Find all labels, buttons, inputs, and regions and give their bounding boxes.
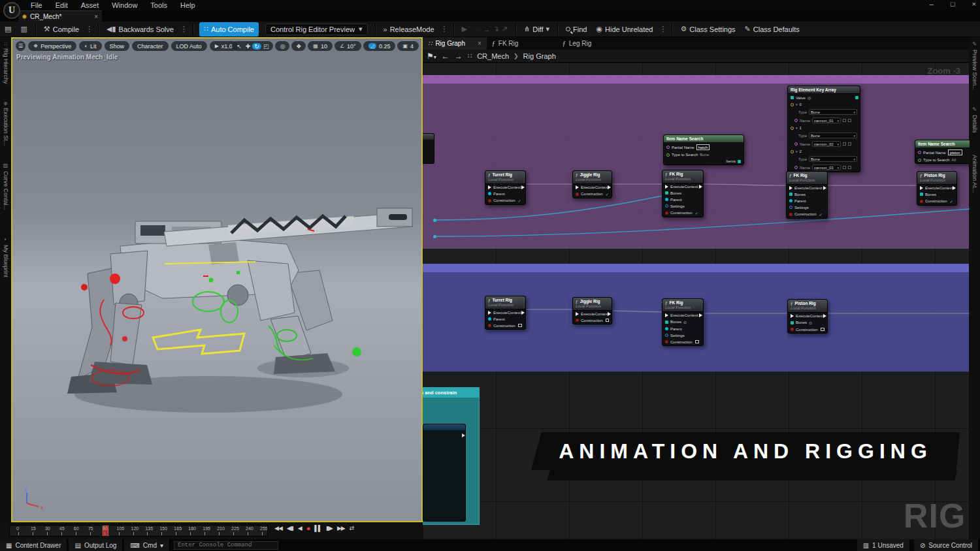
content-drawer-button[interactable]: ▦ Content Drawer bbox=[0, 539, 67, 551]
character-dropdown[interactable]: Character bbox=[132, 41, 169, 51]
exec-in-pin[interactable] bbox=[488, 311, 491, 315]
construction-pin[interactable] bbox=[576, 193, 579, 196]
menu-file[interactable]: File bbox=[25, 1, 48, 10]
entry-pin[interactable] bbox=[791, 103, 794, 106]
name-dropdown[interactable]: cannon_02▾ bbox=[812, 141, 841, 147]
play-reverse-button[interactable]: ◀ bbox=[298, 525, 302, 531]
menu-tools[interactable]: Tools bbox=[144, 1, 173, 10]
save-button[interactable]: ▤ bbox=[0, 22, 16, 37]
node-fk-rig[interactable]: ƒFK RigLocal Function ExecuteContext Bon… bbox=[786, 171, 828, 219]
play-button[interactable]: ▮▶ bbox=[326, 525, 333, 531]
clear-array-icon[interactable]: ◎ bbox=[808, 95, 811, 100]
show-dropdown[interactable]: Show bbox=[105, 41, 130, 51]
settings-pin[interactable] bbox=[665, 334, 668, 337]
lod-dropdown[interactable]: LOD Auto bbox=[171, 41, 207, 51]
type-dropdown[interactable]: Bone▾ bbox=[809, 133, 857, 138]
class-defaults-button[interactable]: ✎ Class Defaults bbox=[740, 22, 804, 37]
exec-in-pin[interactable] bbox=[665, 185, 668, 189]
nav-forward-icon[interactable]: → bbox=[455, 52, 463, 61]
record-button[interactable]: ● bbox=[306, 524, 310, 532]
find-button[interactable]: Find bbox=[561, 22, 591, 37]
grid-snap-button[interactable]: ▦10 bbox=[308, 41, 333, 51]
checkbox[interactable] bbox=[821, 328, 825, 331]
browse-icon[interactable] bbox=[848, 166, 851, 169]
comment-title[interactable]: s and constrain bbox=[423, 388, 479, 398]
name-pin[interactable] bbox=[794, 166, 798, 169]
release-mode-button[interactable]: » ReleaseMode bbox=[379, 22, 439, 37]
solve-options-icon[interactable]: ⋮ bbox=[178, 25, 189, 33]
exec-in-pin[interactable] bbox=[920, 186, 923, 190]
bones-pin[interactable] bbox=[791, 321, 794, 324]
camera-speed-button[interactable]: ▣4 bbox=[397, 41, 419, 51]
name-dropdown[interactable]: cannon_01▾ bbox=[812, 118, 841, 123]
menu-edit[interactable]: Edit bbox=[50, 1, 74, 10]
check-icon[interactable]: ✓ bbox=[950, 199, 953, 204]
partial-name-input[interactable]: piston bbox=[948, 150, 962, 155]
cm-dropdown[interactable]: ⌨ Cmd ▾ bbox=[124, 539, 170, 551]
sidebar-tab-execution-stack[interactable]: ⊕Execution St... bbox=[3, 101, 9, 146]
type-dropdown[interactable]: Bone▾ bbox=[809, 156, 857, 162]
entry-pin[interactable] bbox=[791, 150, 794, 153]
check-icon[interactable]: ✓ bbox=[518, 198, 521, 203]
source-control-button[interactable]: ⊘ Source Control bbox=[914, 539, 979, 551]
pick-icon[interactable] bbox=[843, 166, 846, 169]
node-jiggle-rig[interactable]: ƒJiggle RigLocal Function ExecuteContext… bbox=[572, 170, 612, 198]
construction-pin[interactable] bbox=[576, 319, 579, 322]
coord-space-button[interactable]: ◎ bbox=[275, 41, 289, 51]
nav-back-icon[interactable]: ← bbox=[442, 52, 449, 61]
exec-out-pin[interactable] bbox=[699, 185, 702, 189]
breadcrumb-root[interactable]: CR_Mech bbox=[477, 52, 509, 60]
construction-pin[interactable] bbox=[665, 212, 668, 215]
type-pin[interactable] bbox=[918, 159, 921, 162]
pick-icon[interactable] bbox=[843, 119, 846, 122]
release-options-icon[interactable]: ⋮ bbox=[439, 25, 450, 33]
sidebar-tab-curve-container[interactable]: ▨Curve Contai... bbox=[3, 163, 9, 210]
cycle-space-button[interactable]: ❖ bbox=[291, 41, 306, 51]
reroute-node[interactable] bbox=[433, 235, 436, 238]
node-item-name-search[interactable]: Item Name Search Partial Namepiston Type… bbox=[915, 140, 970, 164]
exec-out-pin[interactable] bbox=[823, 314, 826, 318]
checkbox[interactable] bbox=[606, 319, 609, 322]
exec-out-pin[interactable] bbox=[608, 185, 611, 189]
name-pin[interactable] bbox=[794, 142, 798, 146]
clipped-node[interactable] bbox=[423, 424, 466, 522]
name-pin[interactable] bbox=[794, 119, 798, 122]
exec-out-pin[interactable] bbox=[521, 311, 525, 315]
exec-out-pin[interactable] bbox=[699, 313, 702, 317]
hide-unrelated-button[interactable]: ◉ Hide Unrelated bbox=[591, 22, 657, 37]
lit-dropdown[interactable]: ◐Lit bbox=[79, 41, 101, 51]
check-icon[interactable]: ✓ bbox=[819, 212, 823, 217]
menu-help[interactable]: Help bbox=[174, 1, 201, 10]
node-fk-rig[interactable]: ƒFK RigLocal Function ExecuteContext Bon… bbox=[662, 298, 704, 346]
type-value[interactable]: All bbox=[951, 158, 956, 162]
diff-button[interactable]: ⋔ Diff ▾ bbox=[519, 22, 554, 37]
parent-pin[interactable] bbox=[488, 192, 491, 195]
reroute-node[interactable] bbox=[433, 219, 436, 222]
settings-pin[interactable] bbox=[789, 206, 792, 209]
pause-button[interactable]: ▌▌ bbox=[314, 525, 321, 531]
node-fk-rig[interactable]: ƒFK RigLocal Function ExecuteContext Bon… bbox=[662, 170, 704, 217]
rotate-tool-icon[interactable]: ↻ bbox=[252, 43, 261, 50]
node-piston-rig[interactable]: ƒPiston RigLocal Function ExecuteContext… bbox=[917, 171, 957, 206]
tab-rig-graph[interactable]: ∷ Rig Graph × bbox=[423, 37, 487, 50]
comment-box-constrain[interactable]: s and constrain bbox=[423, 387, 480, 525]
checkbox[interactable] bbox=[695, 340, 699, 343]
type-value[interactable]: Bone bbox=[700, 153, 709, 157]
unsaved-button[interactable]: ▥ 1 Unsaved bbox=[857, 539, 910, 551]
auto-compile-button[interactable]: ∷ Auto Compile bbox=[199, 22, 259, 37]
scale-snap-button[interactable]: ◿0.25 bbox=[363, 41, 396, 51]
node-rig-element-key-array[interactable]: Rig Element Key Array Value◎ ▾0 TypeBone… bbox=[787, 86, 860, 172]
maximize-icon[interactable]: □ bbox=[951, 0, 955, 8]
exec-in-pin[interactable] bbox=[791, 314, 794, 318]
bones-pin[interactable] bbox=[665, 321, 668, 324]
sidebar-tab-my-blueprint[interactable]: ▪My Blueprint bbox=[3, 236, 9, 277]
exec-in-pin[interactable] bbox=[576, 185, 579, 189]
items-out-pin[interactable] bbox=[738, 160, 741, 163]
construction-pin[interactable] bbox=[791, 328, 794, 331]
compile-button[interactable]: ⚒ Compile bbox=[39, 22, 84, 37]
breadcrumb-current[interactable]: Rig Graph bbox=[523, 52, 556, 60]
timeline-ruler[interactable]: 0153045607590105120135150165180195210225… bbox=[9, 525, 268, 537]
console-command-input[interactable] bbox=[174, 541, 278, 550]
compile-options-icon[interactable]: ⋮ bbox=[84, 25, 95, 33]
asset-tab-cr-mech[interactable]: CR_Mech* × bbox=[18, 10, 102, 22]
